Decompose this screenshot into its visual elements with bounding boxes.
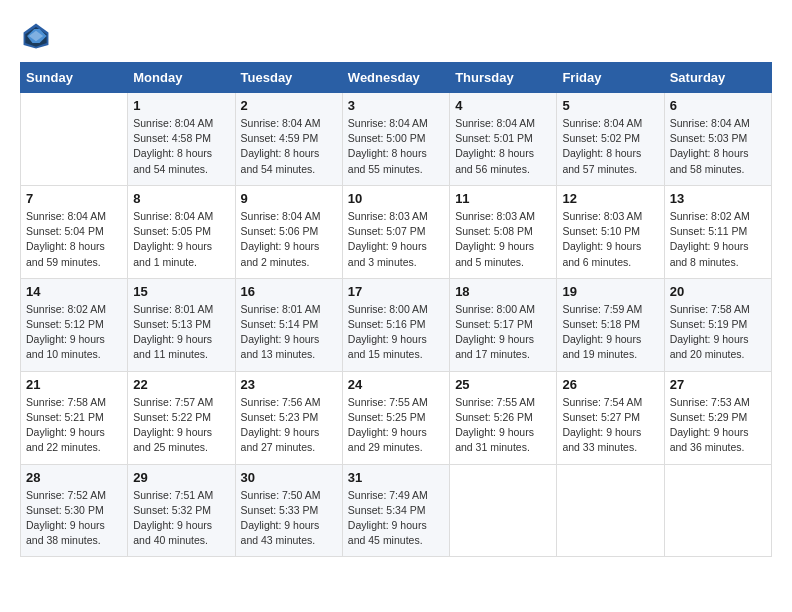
- header-thursday: Thursday: [450, 63, 557, 93]
- day-detail: Sunrise: 8:03 AMSunset: 5:07 PMDaylight:…: [348, 209, 444, 270]
- day-detail: Sunrise: 7:49 AMSunset: 5:34 PMDaylight:…: [348, 488, 444, 549]
- day-cell: 28 Sunrise: 7:52 AMSunset: 5:30 PMDaylig…: [21, 464, 128, 557]
- day-cell: 30 Sunrise: 7:50 AMSunset: 5:33 PMDaylig…: [235, 464, 342, 557]
- day-number: 19: [562, 284, 658, 299]
- day-cell: 10 Sunrise: 8:03 AMSunset: 5:07 PMDaylig…: [342, 185, 449, 278]
- day-detail: Sunrise: 8:00 AMSunset: 5:17 PMDaylight:…: [455, 302, 551, 363]
- day-cell: 20 Sunrise: 7:58 AMSunset: 5:19 PMDaylig…: [664, 278, 771, 371]
- day-cell: 11 Sunrise: 8:03 AMSunset: 5:08 PMDaylig…: [450, 185, 557, 278]
- day-number: 22: [133, 377, 229, 392]
- day-number: 30: [241, 470, 337, 485]
- day-number: 18: [455, 284, 551, 299]
- day-number: 16: [241, 284, 337, 299]
- logo-icon: [20, 20, 52, 52]
- day-cell: 2 Sunrise: 8:04 AMSunset: 4:59 PMDayligh…: [235, 93, 342, 186]
- day-detail: Sunrise: 7:55 AMSunset: 5:25 PMDaylight:…: [348, 395, 444, 456]
- day-detail: Sunrise: 7:53 AMSunset: 5:29 PMDaylight:…: [670, 395, 766, 456]
- day-number: 20: [670, 284, 766, 299]
- day-number: 23: [241, 377, 337, 392]
- day-detail: Sunrise: 7:59 AMSunset: 5:18 PMDaylight:…: [562, 302, 658, 363]
- day-cell: [450, 464, 557, 557]
- day-detail: Sunrise: 8:04 AMSunset: 4:58 PMDaylight:…: [133, 116, 229, 177]
- day-number: 29: [133, 470, 229, 485]
- header-monday: Monday: [128, 63, 235, 93]
- header-sunday: Sunday: [21, 63, 128, 93]
- day-number: 5: [562, 98, 658, 113]
- day-number: 13: [670, 191, 766, 206]
- day-detail: Sunrise: 8:00 AMSunset: 5:16 PMDaylight:…: [348, 302, 444, 363]
- day-cell: 26 Sunrise: 7:54 AMSunset: 5:27 PMDaylig…: [557, 371, 664, 464]
- day-cell: [21, 93, 128, 186]
- day-cell: 31 Sunrise: 7:49 AMSunset: 5:34 PMDaylig…: [342, 464, 449, 557]
- week-row-4: 21 Sunrise: 7:58 AMSunset: 5:21 PMDaylig…: [21, 371, 772, 464]
- day-number: 8: [133, 191, 229, 206]
- week-row-2: 7 Sunrise: 8:04 AMSunset: 5:04 PMDayligh…: [21, 185, 772, 278]
- day-detail: Sunrise: 7:52 AMSunset: 5:30 PMDaylight:…: [26, 488, 122, 549]
- day-number: 17: [348, 284, 444, 299]
- day-detail: Sunrise: 8:03 AMSunset: 5:08 PMDaylight:…: [455, 209, 551, 270]
- header-wednesday: Wednesday: [342, 63, 449, 93]
- day-detail: Sunrise: 8:04 AMSunset: 4:59 PMDaylight:…: [241, 116, 337, 177]
- day-cell: 27 Sunrise: 7:53 AMSunset: 5:29 PMDaylig…: [664, 371, 771, 464]
- header-tuesday: Tuesday: [235, 63, 342, 93]
- day-detail: Sunrise: 8:04 AMSunset: 5:05 PMDaylight:…: [133, 209, 229, 270]
- day-number: 9: [241, 191, 337, 206]
- page-header: [20, 20, 772, 52]
- day-cell: 24 Sunrise: 7:55 AMSunset: 5:25 PMDaylig…: [342, 371, 449, 464]
- day-detail: Sunrise: 7:58 AMSunset: 5:21 PMDaylight:…: [26, 395, 122, 456]
- day-cell: 17 Sunrise: 8:00 AMSunset: 5:16 PMDaylig…: [342, 278, 449, 371]
- calendar-body: 1 Sunrise: 8:04 AMSunset: 4:58 PMDayligh…: [21, 93, 772, 557]
- header-friday: Friday: [557, 63, 664, 93]
- day-detail: Sunrise: 7:54 AMSunset: 5:27 PMDaylight:…: [562, 395, 658, 456]
- week-row-3: 14 Sunrise: 8:02 AMSunset: 5:12 PMDaylig…: [21, 278, 772, 371]
- day-detail: Sunrise: 7:58 AMSunset: 5:19 PMDaylight:…: [670, 302, 766, 363]
- day-detail: Sunrise: 8:04 AMSunset: 5:00 PMDaylight:…: [348, 116, 444, 177]
- day-cell: 13 Sunrise: 8:02 AMSunset: 5:11 PMDaylig…: [664, 185, 771, 278]
- day-number: 11: [455, 191, 551, 206]
- day-cell: 29 Sunrise: 7:51 AMSunset: 5:32 PMDaylig…: [128, 464, 235, 557]
- day-cell: 19 Sunrise: 7:59 AMSunset: 5:18 PMDaylig…: [557, 278, 664, 371]
- day-cell: 8 Sunrise: 8:04 AMSunset: 5:05 PMDayligh…: [128, 185, 235, 278]
- day-cell: 14 Sunrise: 8:02 AMSunset: 5:12 PMDaylig…: [21, 278, 128, 371]
- day-number: 12: [562, 191, 658, 206]
- day-number: 1: [133, 98, 229, 113]
- day-cell: 22 Sunrise: 7:57 AMSunset: 5:22 PMDaylig…: [128, 371, 235, 464]
- day-detail: Sunrise: 7:56 AMSunset: 5:23 PMDaylight:…: [241, 395, 337, 456]
- day-number: 21: [26, 377, 122, 392]
- day-detail: Sunrise: 8:02 AMSunset: 5:12 PMDaylight:…: [26, 302, 122, 363]
- day-number: 31: [348, 470, 444, 485]
- day-cell: 7 Sunrise: 8:04 AMSunset: 5:04 PMDayligh…: [21, 185, 128, 278]
- header-saturday: Saturday: [664, 63, 771, 93]
- day-cell: 3 Sunrise: 8:04 AMSunset: 5:00 PMDayligh…: [342, 93, 449, 186]
- logo: [20, 20, 56, 52]
- day-detail: Sunrise: 8:04 AMSunset: 5:04 PMDaylight:…: [26, 209, 122, 270]
- day-cell: 12 Sunrise: 8:03 AMSunset: 5:10 PMDaylig…: [557, 185, 664, 278]
- day-number: 10: [348, 191, 444, 206]
- day-number: 3: [348, 98, 444, 113]
- day-detail: Sunrise: 8:03 AMSunset: 5:10 PMDaylight:…: [562, 209, 658, 270]
- day-detail: Sunrise: 7:51 AMSunset: 5:32 PMDaylight:…: [133, 488, 229, 549]
- day-cell: 21 Sunrise: 7:58 AMSunset: 5:21 PMDaylig…: [21, 371, 128, 464]
- day-cell: 18 Sunrise: 8:00 AMSunset: 5:17 PMDaylig…: [450, 278, 557, 371]
- day-detail: Sunrise: 7:57 AMSunset: 5:22 PMDaylight:…: [133, 395, 229, 456]
- day-cell: [557, 464, 664, 557]
- day-cell: 16 Sunrise: 8:01 AMSunset: 5:14 PMDaylig…: [235, 278, 342, 371]
- day-number: 2: [241, 98, 337, 113]
- day-detail: Sunrise: 8:04 AMSunset: 5:06 PMDaylight:…: [241, 209, 337, 270]
- day-cell: 4 Sunrise: 8:04 AMSunset: 5:01 PMDayligh…: [450, 93, 557, 186]
- day-cell: 5 Sunrise: 8:04 AMSunset: 5:02 PMDayligh…: [557, 93, 664, 186]
- day-cell: 15 Sunrise: 8:01 AMSunset: 5:13 PMDaylig…: [128, 278, 235, 371]
- day-number: 7: [26, 191, 122, 206]
- week-row-5: 28 Sunrise: 7:52 AMSunset: 5:30 PMDaylig…: [21, 464, 772, 557]
- day-number: 4: [455, 98, 551, 113]
- calendar-header-row: SundayMondayTuesdayWednesdayThursdayFrid…: [21, 63, 772, 93]
- day-cell: 1 Sunrise: 8:04 AMSunset: 4:58 PMDayligh…: [128, 93, 235, 186]
- day-number: 24: [348, 377, 444, 392]
- day-detail: Sunrise: 7:55 AMSunset: 5:26 PMDaylight:…: [455, 395, 551, 456]
- day-detail: Sunrise: 7:50 AMSunset: 5:33 PMDaylight:…: [241, 488, 337, 549]
- day-cell: 6 Sunrise: 8:04 AMSunset: 5:03 PMDayligh…: [664, 93, 771, 186]
- day-detail: Sunrise: 8:02 AMSunset: 5:11 PMDaylight:…: [670, 209, 766, 270]
- day-number: 26: [562, 377, 658, 392]
- day-number: 27: [670, 377, 766, 392]
- week-row-1: 1 Sunrise: 8:04 AMSunset: 4:58 PMDayligh…: [21, 93, 772, 186]
